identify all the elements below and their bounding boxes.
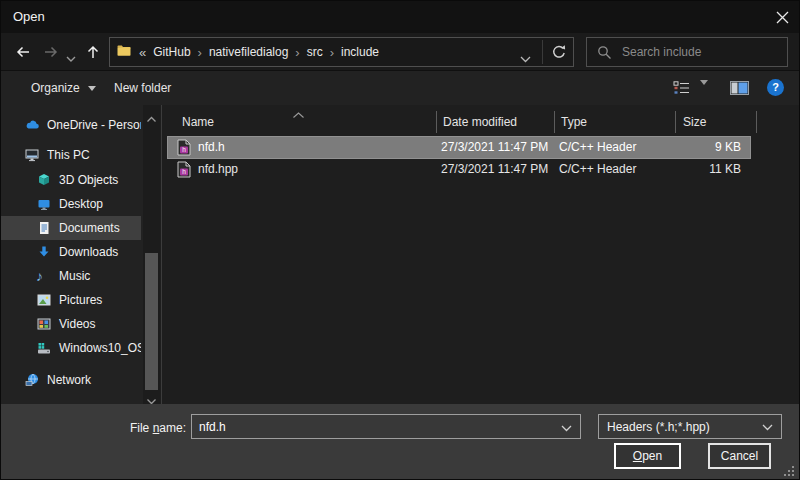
- column-header-name[interactable]: Name: [182, 115, 214, 129]
- breadcrumb: « GitHub › nativefiledialog › src › incl…: [116, 38, 379, 66]
- column-header-date-modified[interactable]: Date modified: [443, 115, 517, 129]
- picture-frame-icon: [36, 292, 52, 308]
- sidebar-item-label: Pictures: [59, 293, 102, 307]
- sidebar-scrollbar[interactable]: [143, 105, 160, 404]
- column-divider: [756, 111, 757, 133]
- svg-text:h: h: [182, 168, 186, 175]
- sidebar-item-windows10-os[interactable]: Windows10_OS (: [1, 336, 141, 360]
- address-bar[interactable]: « GitHub › nativefiledialog › src › incl…: [109, 37, 574, 67]
- scroll-down-icon[interactable]: [146, 392, 157, 400]
- film-strip-icon: [36, 316, 52, 332]
- sidebar-item-this-pc[interactable]: This PC: [1, 143, 141, 167]
- document-pages-icon: [36, 220, 52, 236]
- resize-grip[interactable]: [792, 474, 794, 476]
- file-size: 9 KB: [623, 140, 741, 154]
- search-input[interactable]: [620, 44, 787, 60]
- network-globe-icon: [24, 372, 40, 388]
- download-arrow-icon: [36, 244, 52, 260]
- scrollbar-thumb[interactable]: [145, 253, 158, 390]
- search-box: [586, 37, 788, 67]
- preview-pane-icon[interactable]: [730, 81, 749, 99]
- sidebar: OneDrive - Persor This PC 3D Objects Des…: [1, 105, 143, 404]
- toolbar: Organize New folder ?: [1, 71, 799, 105]
- address-dropdown-chevron-icon[interactable]: [520, 49, 531, 67]
- breadcrumb-collapse[interactable]: «: [139, 45, 146, 60]
- scroll-up-icon[interactable]: [146, 110, 157, 118]
- sidebar-item-label: Downloads: [59, 245, 118, 259]
- file-type-dropdown[interactable]: Headers (*.h;*.hpp): [598, 414, 782, 439]
- refresh-icon[interactable]: [551, 44, 567, 60]
- history-chevron-icon[interactable]: [66, 49, 82, 65]
- change-view-icon[interactable]: [673, 81, 691, 99]
- breadcrumb-segment-nativefiledialog[interactable]: nativefiledialog: [209, 45, 288, 59]
- sidebar-item-label: Windows10_OS (: [59, 341, 141, 355]
- window-title: Open: [13, 9, 45, 24]
- computer-monitor-icon: [24, 147, 40, 163]
- organize-label: Organize: [31, 81, 80, 95]
- combo-chevron-icon: [762, 420, 773, 434]
- file-list: Name Date modified Type Size h nfd.h 27/…: [162, 105, 800, 404]
- close-icon[interactable]: [775, 10, 790, 25]
- column-divider: [436, 111, 437, 133]
- cancel-button[interactable]: Cancel: [708, 443, 771, 469]
- cube-3d-icon: [36, 172, 52, 188]
- file-row-nfd-hpp[interactable]: h nfd.hpp 27/3/2021 11:47 PM C/C++ Heade…: [168, 159, 750, 180]
- breadcrumb-separator: ›: [198, 45, 202, 60]
- sidebar-item-label: OneDrive - Persor: [47, 118, 141, 132]
- sidebar-item-videos[interactable]: Videos: [1, 312, 141, 336]
- desktop-screen-icon: [36, 196, 52, 212]
- sidebar-item-3d-objects[interactable]: 3D Objects: [1, 168, 141, 192]
- breadcrumb-segment-github[interactable]: GitHub: [153, 45, 190, 59]
- file-type-value: Headers (*.h;*.hpp): [599, 420, 762, 434]
- column-header-size[interactable]: Size: [683, 115, 706, 129]
- forward-arrow-icon[interactable]: [43, 44, 59, 60]
- sidebar-item-label: Network: [47, 373, 91, 387]
- column-divider: [554, 111, 555, 133]
- breadcrumb-separator: ›: [330, 45, 334, 60]
- address-divider: [542, 40, 543, 64]
- help-icon[interactable]: ?: [767, 79, 784, 96]
- up-arrow-icon[interactable]: [85, 44, 101, 60]
- header-file-icon: h: [177, 161, 191, 178]
- folder-icon: [116, 43, 132, 61]
- column-header-type[interactable]: Type: [561, 115, 587, 129]
- sidebar-item-label: 3D Objects: [59, 173, 118, 187]
- svg-text:h: h: [182, 146, 186, 153]
- new-folder-label: New folder: [114, 81, 171, 95]
- sidebar-item-downloads[interactable]: Downloads: [1, 240, 141, 264]
- file-name: nfd.h: [198, 140, 225, 154]
- sidebar-item-onedrive[interactable]: OneDrive - Persor: [1, 113, 141, 137]
- sidebar-item-network[interactable]: Network: [1, 368, 141, 392]
- sidebar-item-music[interactable]: ♪ Music: [1, 264, 141, 288]
- new-folder-button[interactable]: New folder: [114, 71, 171, 105]
- sidebar-item-label: This PC: [47, 148, 90, 162]
- view-options-caret-icon[interactable]: [700, 85, 708, 103]
- breadcrumb-segment-include[interactable]: include: [341, 45, 379, 59]
- open-file-dialog: Open « GitHub › nativefiledialo: [0, 0, 800, 480]
- footer: File name: Headers (*.h;*.hpp) Open Canc…: [1, 404, 799, 480]
- titlebar: Open: [1, 1, 799, 33]
- breadcrumb-segment-src[interactable]: src: [307, 45, 323, 59]
- file-row-nfd-h[interactable]: h nfd.h 27/3/2021 11:47 PM C/C++ Header …: [168, 137, 750, 158]
- back-arrow-icon[interactable]: [15, 44, 31, 60]
- open-button[interactable]: Open: [614, 443, 681, 469]
- combo-chevron-icon[interactable]: [561, 418, 572, 436]
- chevron-down-icon: [88, 86, 96, 91]
- sidebar-item-documents[interactable]: Documents: [1, 216, 141, 240]
- sidebar-item-desktop[interactable]: Desktop: [1, 192, 141, 216]
- file-size: 11 KB: [623, 162, 741, 176]
- column-headers: Name Date modified Type Size: [162, 105, 800, 136]
- column-divider: [675, 111, 676, 133]
- file-name-label: File name:: [61, 421, 186, 435]
- file-date-modified: 27/3/2021 11:47 PM: [441, 140, 548, 154]
- sidebar-item-pictures[interactable]: Pictures: [1, 288, 141, 312]
- file-name-input[interactable]: [192, 419, 561, 435]
- file-name: nfd.hpp: [198, 162, 238, 176]
- sidebar-item-label: Documents: [59, 221, 120, 235]
- breadcrumb-separator: ›: [295, 45, 299, 60]
- header-file-icon: h: [177, 139, 191, 156]
- music-note-icon: ♪: [36, 268, 52, 284]
- sidebar-item-label: Music: [59, 269, 90, 283]
- sort-ascending-icon: [292, 108, 305, 122]
- organize-button[interactable]: Organize: [31, 71, 96, 105]
